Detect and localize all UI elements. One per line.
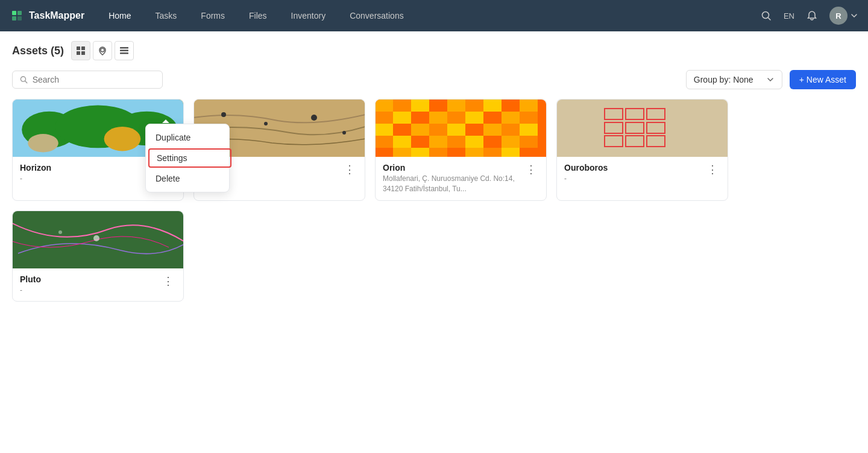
assets-header: Assets (5) [12, 41, 856, 60]
dropdown-item-delete[interactable]: Delete [146, 169, 229, 188]
asset-text-orion: Orion Mollafenari, Ç. Nuruosmaniye Cd. N… [383, 163, 523, 194]
asset-menu-btn-pluto[interactable]: ⋮ [160, 274, 176, 288]
toolbar: Group by: None + New Asset [12, 70, 856, 89]
list-view-btn[interactable] [115, 41, 134, 60]
svg-rect-13 [120, 52, 128, 54]
svg-rect-8 [77, 51, 80, 55]
brand-icon [10, 8, 24, 23]
svg-point-4 [762, 12, 769, 19]
nav-home[interactable]: Home [104, 8, 136, 23]
user-avatar: R [829, 7, 848, 25]
search-container[interactable] [12, 71, 163, 89]
svg-rect-7 [81, 46, 85, 50]
toolbar-right: Group by: None + New Asset [686, 70, 856, 89]
dropdown-item-duplicate[interactable]: Duplicate [146, 128, 229, 147]
asset-card-ouroboros[interactable]: Ouroboros - ⋮ [556, 99, 728, 201]
asset-text-ouroboros: Ouroboros - [564, 163, 608, 184]
asset-menu-btn-ouroboros[interactable]: ⋮ [705, 163, 720, 176]
svg-line-15 [25, 81, 27, 83]
asset-grid: Horizon - ⋮ Duplicate Settings Delete [12, 99, 856, 302]
asset-info-ouroboros: Ouroboros - ⋮ [557, 157, 728, 190]
search-input[interactable] [33, 75, 155, 84]
dropdown-menu: Duplicate Settings Delete [145, 124, 230, 192]
svg-rect-9 [81, 51, 85, 55]
navbar: TaskMapper Home Tasks Forms Files Invent… [0, 0, 868, 31]
asset-card-orion[interactable]: Orion Mollafenari, Ç. Nuruosmaniye Cd. N… [375, 99, 547, 201]
svg-rect-2 [12, 16, 16, 21]
svg-rect-1 [17, 11, 22, 15]
thumbnail-image-pluto [13, 211, 183, 268]
asset-thumbnail-orion [376, 100, 546, 157]
thumbnail-image-ouroboros [557, 100, 728, 157]
asset-name-ouroboros: Ouroboros [564, 163, 608, 173]
view-toggle [71, 41, 134, 60]
search-icon [20, 75, 28, 84]
grid-view-btn[interactable] [71, 41, 90, 60]
asset-name-orion: Orion [383, 163, 523, 173]
nav-files[interactable]: Files [244, 8, 272, 23]
main-content: Assets (5) [0, 31, 868, 453]
search-icon-btn[interactable] [758, 8, 774, 24]
dropdown-item-settings[interactable]: Settings [148, 148, 231, 168]
asset-info-pluto: Pluto - ⋮ [13, 268, 183, 302]
brand-logo[interactable]: TaskMapper [10, 8, 84, 23]
asset-name-horizon: Horizon [20, 163, 51, 173]
map-view-btn[interactable] [93, 41, 112, 60]
nav-conversations[interactable]: Conversations [345, 8, 409, 23]
asset-thumbnail-pluto [13, 211, 183, 268]
asset-menu-btn-orion[interactable]: ⋮ [523, 163, 539, 176]
thumbnail-image-orion [376, 100, 546, 157]
svg-line-5 [768, 18, 770, 21]
user-menu-btn[interactable]: R [829, 7, 858, 25]
asset-thumbnail-ouroboros [557, 100, 728, 157]
brand-name: TaskMapper [29, 10, 84, 21]
svg-rect-12 [120, 50, 128, 52]
asset-subtitle-ouroboros: - [564, 174, 608, 184]
dropdown-arrow [162, 119, 169, 123]
svg-rect-6 [77, 46, 80, 50]
svg-rect-0 [12, 11, 16, 15]
svg-rect-3 [17, 16, 22, 21]
asset-subtitle-pluto: - [20, 285, 41, 296]
asset-card-pluto[interactable]: Pluto - ⋮ [12, 211, 184, 302]
group-by-select[interactable]: Group by: None [686, 70, 782, 89]
language-badge[interactable]: EN [784, 11, 794, 21]
asset-card-horizon[interactable]: Horizon - ⋮ Duplicate Settings Delete [12, 99, 184, 201]
asset-subtitle-orion: Mollafenari, Ç. Nuruosmaniye Cd. No:14, … [383, 174, 523, 194]
asset-text-pluto: Pluto - [20, 274, 41, 296]
nav-inventory[interactable]: Inventory [286, 8, 331, 23]
nav-forms[interactable]: Forms [196, 8, 230, 23]
chevron-down-icon [766, 75, 775, 84]
asset-subtitle-horizon: - [20, 174, 51, 184]
asset-name-pluto: Pluto [20, 274, 41, 284]
asset-menu-btn-nebula[interactable]: ⋮ [342, 163, 357, 176]
navbar-right: EN R [758, 7, 858, 25]
new-asset-button[interactable]: + New Asset [790, 70, 856, 89]
notification-icon-btn[interactable] [804, 8, 820, 24]
asset-info-orion: Orion Mollafenari, Ç. Nuruosmaniye Cd. N… [376, 157, 546, 200]
svg-point-10 [101, 48, 104, 52]
asset-text-horizon: Horizon - [20, 163, 51, 184]
svg-rect-11 [120, 47, 128, 49]
group-by-label: Group by: None [694, 75, 753, 84]
page-title: Assets (5) [12, 45, 64, 57]
nav-tasks[interactable]: Tasks [151, 8, 182, 23]
